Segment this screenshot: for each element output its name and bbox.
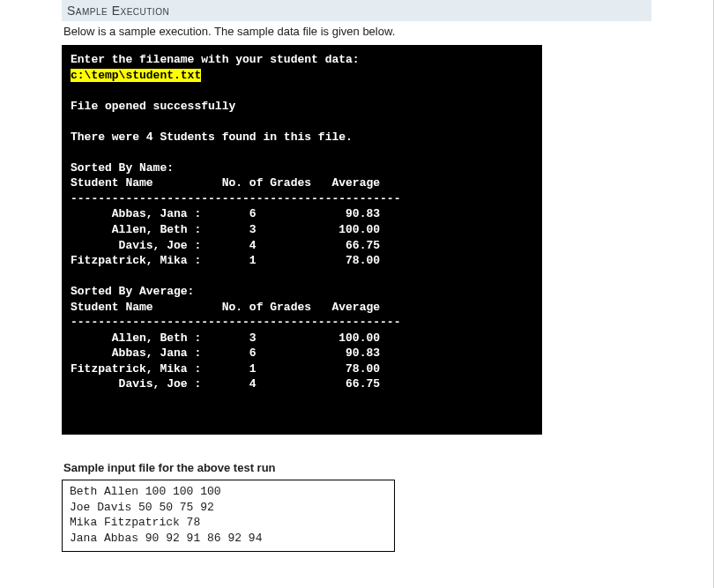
sample-input-file: Beth Allen 100 100 100 Joe Davis 50 50 7… bbox=[62, 480, 395, 552]
user-input-highlight: c:\temp\student.txt bbox=[71, 69, 201, 82]
sample-file-heading: Sample input file for the above test run bbox=[63, 461, 650, 474]
console-output: Enter the filename with your student dat… bbox=[62, 45, 542, 435]
page: Sample Execution Below is a sample execu… bbox=[0, 0, 714, 588]
section-heading: Sample Execution bbox=[62, 0, 651, 21]
intro-text: Below is a sample execution. The sample … bbox=[63, 25, 650, 38]
